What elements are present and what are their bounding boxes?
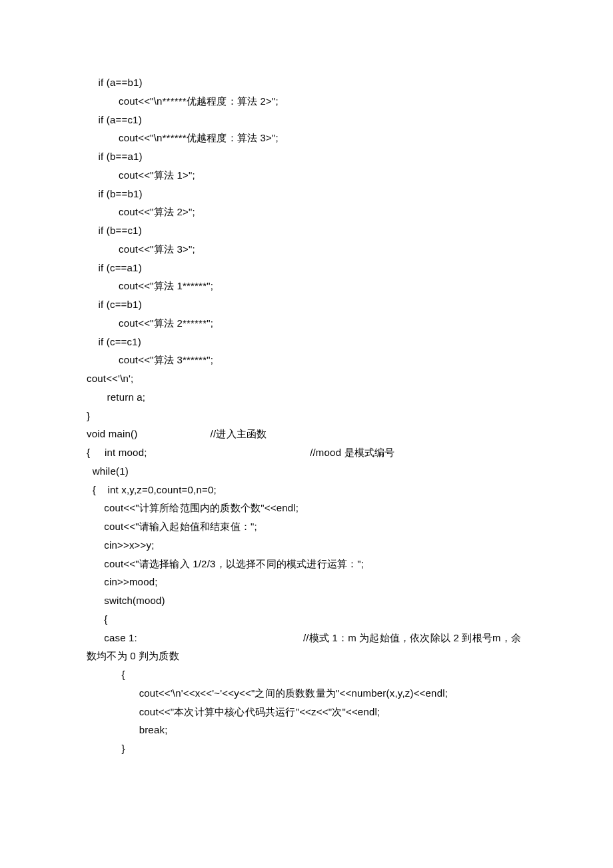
- code-line: switch(mood): [87, 591, 526, 610]
- code-line: { int mood; //mood 是模式编号: [87, 443, 526, 462]
- code-line: cout<<"请输入起始值和结束值：";: [87, 517, 526, 536]
- code-line: return a;: [87, 388, 526, 407]
- code-line: }: [87, 739, 526, 758]
- code-line: while(1): [87, 462, 526, 481]
- code-line: if (b==b1): [87, 185, 526, 203]
- code-line: {: [87, 610, 526, 629]
- code-line: cout<<'\n'<<x<<'~'<<y<<"之间的质数数量为"<<numbe…: [87, 684, 526, 703]
- code-line: void main() //进入主函数: [87, 425, 526, 443]
- code-line: cout<<"\n******优越程度：算法 3>";: [87, 129, 526, 147]
- code-line: cout<<"请选择输入 1/2/3，以选择不同的模式进行运算：";: [87, 555, 526, 573]
- code-line: cout<<"算法 3******";: [87, 351, 526, 369]
- code-line: if (b==c1): [87, 221, 526, 240]
- code-line: cout<<"本次计算中核心代码共运行"<<z<<"次"<<endl;: [87, 703, 526, 721]
- code-line: cout<<"算法 1******";: [87, 277, 526, 295]
- code-line: cout<<"算法 2>";: [87, 203, 526, 221]
- code-line: break;: [87, 721, 526, 739]
- code-line: if (a==c1): [87, 111, 526, 129]
- code-line: if (c==c1): [87, 333, 526, 351]
- code-line: if (a==b1): [87, 73, 526, 92]
- code-line: { int x,y,z=0,count=0,n=0;: [87, 481, 526, 499]
- code-line: case 1: //模式 1：m 为起始值，依次除以 2 到根号m，余数均不为 …: [87, 629, 526, 666]
- code-line: }: [87, 407, 526, 425]
- code-line: cin>>x>>y;: [87, 536, 526, 555]
- code-line: cout<<'\n';: [87, 369, 526, 388]
- code-line: if (b==a1): [87, 147, 526, 166]
- code-line: {: [87, 665, 526, 684]
- code-line: cout<<"\n******优越程度：算法 2>";: [87, 92, 526, 111]
- code-line: cout<<"算法 1>";: [87, 166, 526, 185]
- code-line: if (c==a1): [87, 259, 526, 277]
- code-line: cin>>mood;: [87, 573, 526, 591]
- code-line: cout<<"计算所给范围内的质数个数"<<endl;: [87, 499, 526, 517]
- code-line: if (c==b1): [87, 295, 526, 314]
- code-line: cout<<"算法 2******";: [87, 314, 526, 333]
- code-line: cout<<"算法 3>";: [87, 240, 526, 259]
- document-page: if (a==b1) cout<<"\n******优越程度：算法 2>"; i…: [0, 0, 613, 798]
